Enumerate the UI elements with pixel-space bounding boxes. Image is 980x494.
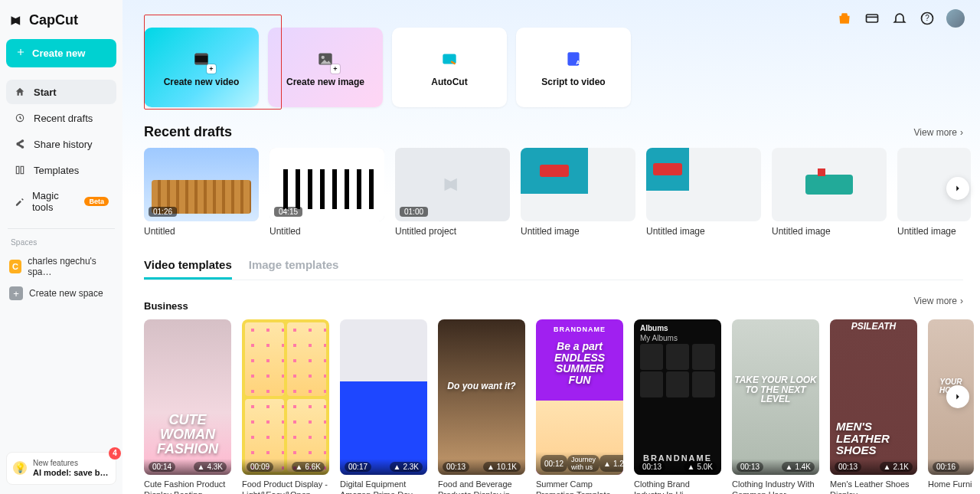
popularity: 1.2K [613, 460, 623, 468]
svg-text:AI: AI [576, 59, 582, 66]
image-icon: + [314, 47, 337, 70]
duration-badge: 00:13 [639, 462, 665, 472]
chevron-right-icon: › [960, 127, 963, 138]
recent-view-more[interactable]: View more › [914, 127, 963, 138]
draft-card[interactable]: 04:15 Untitled [270, 148, 384, 237]
capcut-logo-icon [442, 174, 463, 195]
template-card[interactable]: TAKE YOUR LOOK TO THE NEXT LEVEL 00:13▲1… [732, 319, 819, 494]
duration-badge: 00:16 [933, 462, 959, 472]
svg-text:?: ? [925, 14, 929, 22]
new-features-card[interactable]: 4 💡 New features AI model: save big … [6, 452, 116, 485]
flame-icon: ▲ [884, 463, 891, 471]
template-card[interactable]: YOUR HOME 00:16 Home Furni [928, 319, 974, 494]
overlay-text: MEN'S LEATHER SHOES [836, 420, 917, 456]
create-new-button[interactable]: Create new [6, 39, 116, 67]
flame-icon: ▲ [198, 463, 205, 471]
nav-share-history[interactable]: Share history [6, 132, 116, 156]
template-card[interactable]: Do you want it? 00:13▲10.1K Food and Bev… [438, 319, 525, 494]
nav-start[interactable]: Start [6, 80, 116, 104]
lightbulb-icon: 💡 [13, 461, 27, 475]
action-cards: + Create new video + Create new image Au… [144, 28, 963, 107]
main: ? + Create new video + [122, 0, 980, 494]
magic-icon [14, 195, 24, 208]
scroll-right-button[interactable] [946, 177, 969, 200]
create-new-video-card[interactable]: + Create new video [144, 28, 259, 107]
avatar[interactable] [946, 9, 965, 28]
overlay-text: Be a part ENDLESS SUMMER FUN [536, 341, 623, 386]
bell-icon[interactable] [891, 10, 908, 27]
template-card[interactable]: 00:17▲2.3K Digital Equipment Amazon Prim… [340, 319, 427, 494]
nav-label: Recent drafts [34, 113, 93, 124]
template-card[interactable]: CUTE WOMAN FASHION 00:14▲4.3K Cute Fashi… [144, 319, 231, 494]
autocut-icon [438, 47, 461, 70]
popularity: 2.3K [403, 463, 419, 471]
create-new-image-card[interactable]: + Create new image [268, 28, 383, 107]
draft-card[interactable]: 01:26 Untitled [144, 148, 259, 237]
tab-video-templates[interactable]: Video templates [144, 258, 232, 280]
template-title: Digital Equipment Amazon Prime Day… [340, 479, 427, 494]
plus-badge: + [207, 64, 216, 74]
popularity: 4.3K [207, 463, 223, 471]
script-to-video-card[interactable]: AI Script to video [516, 28, 631, 107]
business-view-more[interactable]: View more › [914, 296, 963, 306]
draft-card[interactable]: 01:00 Untitled project [395, 148, 510, 237]
space-badge: C [9, 260, 21, 273]
plus-icon [15, 47, 26, 60]
overlay-text: CUTE WOMAN FASHION [144, 413, 231, 456]
popularity: 10.1K [497, 463, 517, 471]
card-label: Create new video [164, 77, 240, 87]
nav-magic-tools[interactable]: Magic tools Beta [6, 184, 116, 219]
draft-card[interactable]: Untitled image [772, 148, 887, 237]
duration-badge: 00:13 [443, 462, 469, 472]
space-item[interactable]: C charles ngechu's spa… [6, 251, 116, 282]
spaces-label: Spaces [6, 238, 116, 251]
capcut-logo-icon [9, 13, 24, 28]
draft-title: Untitled [144, 226, 259, 237]
nav-label: Templates [34, 165, 79, 176]
nav-label: Share history [34, 139, 93, 150]
popularity: 1.4K [795, 463, 811, 471]
duration-badge: 01:26 [149, 207, 177, 217]
flame-icon: ▲ [394, 463, 401, 471]
nav-recent-drafts[interactable]: Recent drafts [6, 106, 116, 130]
shop-icon[interactable] [836, 10, 853, 27]
template-card[interactable]: 00:09▲6.6K Food Product Display - Light&… [242, 319, 329, 494]
duration-badge: 00:17 [345, 462, 371, 472]
nav-templates[interactable]: Templates [6, 158, 116, 182]
svg-rect-1 [16, 166, 19, 173]
card-label: Script to video [541, 77, 605, 87]
duration-badge: 01:00 [400, 207, 428, 217]
templates-icon [14, 164, 26, 176]
duration-badge: 04:15 [274, 207, 302, 217]
nf-line1: New features [33, 459, 109, 468]
popularity: 5.0K [697, 463, 713, 471]
draft-title: Untitled image [646, 226, 761, 237]
help-icon[interactable]: ? [919, 10, 936, 27]
autocut-card[interactable]: AutoCut [392, 28, 507, 107]
template-title: Clothing Industry With Common User Inter… [732, 479, 819, 494]
albums-label: Albums [640, 324, 715, 332]
create-space[interactable]: + Create new space [6, 282, 116, 305]
recent-drafts-title: Recent drafts [144, 124, 232, 140]
template-card[interactable]: PSILEATH MEN'S LEATHER SHOES 00:13▲2.1K … [830, 319, 917, 494]
divider [8, 228, 115, 229]
logo[interactable]: CapCut [6, 9, 116, 39]
template-title: Food Product Display - Light&Easy&Open T… [242, 479, 329, 494]
scroll-right-button[interactable] [946, 385, 969, 408]
card-icon[interactable] [864, 10, 880, 27]
svg-rect-3 [867, 15, 878, 22]
template-card[interactable]: BRANDNAME Be a part ENDLESS SUMMER FUN 0… [536, 319, 623, 494]
duration-badge: 00:13 [737, 462, 763, 472]
template-title: Cute Fashion Product Display Beating Mat… [144, 479, 231, 494]
flame-icon: ▲ [296, 463, 303, 471]
draft-card[interactable]: Untitled image [646, 148, 761, 237]
draft-card[interactable]: Untitled image [521, 148, 635, 237]
popularity: 6.6K [305, 463, 321, 471]
template-card[interactable]: Albums My Albums BRANDNAME 00:13▲5.0K Cl… [634, 319, 721, 494]
template-tabs: Video templates Image templates [144, 258, 963, 280]
duration-badge: 00:12 [541, 455, 567, 472]
plus-icon: + [9, 286, 23, 300]
template-title: Home Furni [928, 479, 974, 490]
tab-image-templates[interactable]: Image templates [249, 258, 339, 280]
duration-badge: 00:13 [835, 462, 861, 472]
